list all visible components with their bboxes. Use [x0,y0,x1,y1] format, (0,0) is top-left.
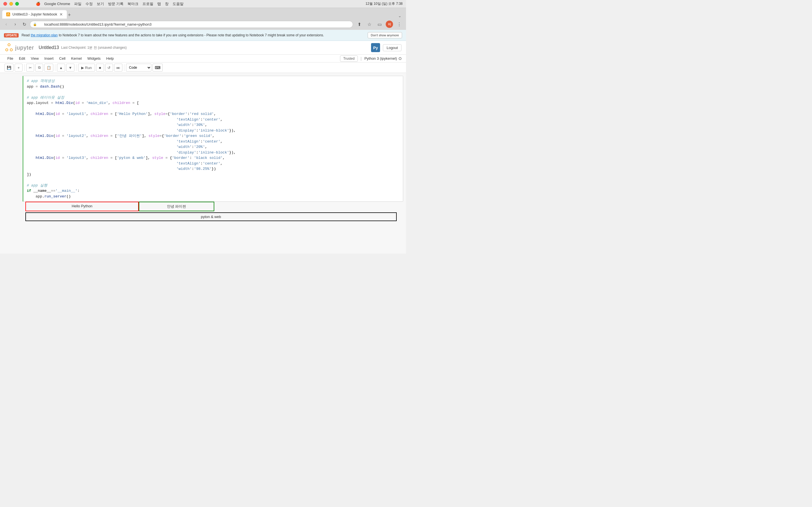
checkpoint-info: Last Checkpoint: 1분 전 (unsaved changes) [61,45,126,50]
migration-plan-link[interactable]: the migration plan [31,33,57,37]
notebook-title[interactable]: Untitled13 [39,45,59,50]
stop-icon: ■ [99,66,101,70]
copy-cell-button[interactable]: ⧉ [35,64,43,71]
maximize-window-button[interactable] [15,2,19,6]
view-menu[interactable]: View [28,55,42,62]
minimize-window-button[interactable] [9,2,13,6]
code-cell[interactable]: # app 객체생성 app = dash.Dash() # app 레이아웃 … [22,76,403,202]
python-logo: Py [371,43,380,52]
logout-button[interactable]: Logout [383,44,402,51]
copy-icon: ⧉ [38,65,41,70]
new-tab-button[interactable]: + [68,12,71,18]
layout3-text: pyton & web [201,215,221,219]
system-time: 12월 10일 (일) 오후 7:38 [366,1,403,6]
notebook-area: # app 객체생성 app = dash.Dash() # app 레이아웃 … [0,73,406,253]
restart-run-all-button[interactable]: ⏭ [114,64,122,71]
history-menu-mac[interactable]: 방문 기록 [108,1,124,6]
tab-title: Untitled13 - Jupyter Notebook [12,12,57,16]
chrome-menu-button[interactable]: ⋮ [395,20,403,28]
empty-space [3,222,403,239]
arrow-down-icon: ▼ [68,66,72,70]
file-menu-mac[interactable]: 파일 [74,1,82,6]
code-cell-container: # app 객체생성 app = dash.Dash() # app 레이아웃 … [3,76,403,202]
jupyter-toolbar: 💾 + ✂ ⧉ 📋 ▲ ▼ ▶ [0,62,406,73]
run-label: Run [85,66,92,70]
tabs-menu-mac[interactable]: 탭 [157,1,161,6]
forward-button[interactable]: › [12,21,18,27]
layout1-text: Hello Python [71,204,93,208]
profiles-menu-mac[interactable]: 프로필 [142,1,153,6]
profile-avatar[interactable]: 이 [386,20,393,28]
svg-point-1 [7,14,8,15]
toolbar-separator-1 [24,64,24,71]
jupyter-header-right: Py Logout [371,43,402,52]
mac-menu: 🍎 Google Chrome 파일 수정 보기 방문 기록 북마크 프로필 탭… [36,1,184,6]
cell-type-dropdown[interactable]: Code Markdown Raw [126,64,151,71]
arrow-up-icon: ▲ [59,66,63,70]
svg-text:Py: Py [373,46,378,50]
notification-text1: Read [21,33,30,37]
scissors-icon: ✂ [29,66,32,70]
app-name-menu[interactable]: Google Chrome [44,2,70,6]
code-content[interactable]: # app 객체생성 app = dash.Dash() # app 레이아웃 … [23,76,403,202]
layout1-box: Hello Python [26,202,139,211]
tab-close-button[interactable]: ✕ [59,12,63,17]
close-window-button[interactable] [3,2,7,6]
update-badge: UPDATE [4,33,18,38]
toolbar-separator-3 [76,64,77,71]
kernel-status-indicator [399,57,402,60]
dont-show-button[interactable]: Don't show anymore [368,32,402,38]
save-button[interactable]: 💾 [4,64,13,71]
kernel-name: Python 3 (ipykernel) [364,56,397,61]
apple-menu[interactable]: 🍎 [36,2,40,6]
stop-kernel-button[interactable]: ■ [96,64,104,71]
run-cell-button[interactable]: ▶ Run [78,64,95,71]
insert-menu[interactable]: Insert [42,55,56,62]
edit-menu-mac[interactable]: 수정 [86,1,93,6]
trusted-badge[interactable]: Trusted [340,55,357,62]
jupyter-app: jupyter Untitled13 Last Checkpoint: 1분 전… [0,41,406,253]
edit-menu[interactable]: Edit [16,55,28,62]
kernel-menu[interactable]: Kernel [68,55,85,62]
bookmarks-menu-mac[interactable]: 북마크 [128,1,139,6]
cut-cell-button[interactable]: ✂ [26,64,34,71]
back-button[interactable]: ‹ [3,21,10,27]
tab-collapse-button[interactable]: ⌄ [396,13,404,18]
widgets-menu[interactable]: Widgets [85,55,103,62]
file-menu[interactable]: File [4,55,16,62]
cell-menu[interactable]: Cell [56,55,68,62]
reload-button[interactable]: ↻ [21,21,28,27]
demo-row2: pyton & web [26,212,397,221]
help-menu-mac[interactable]: 도움말 [172,1,184,6]
jupyter-header: jupyter Untitled13 Last Checkpoint: 1분 전… [0,41,406,55]
browser-chrome: Untitled13 - Jupyter Notebook ✕ + ⌄ ‹ › … [0,8,406,30]
keyboard-shortcuts-button[interactable]: ⌨ [153,64,163,71]
view-menu-mac[interactable]: 보기 [97,1,104,6]
paste-cell-button[interactable]: 📋 [44,64,53,71]
add-cell-button[interactable]: + [15,64,22,71]
svg-point-5 [10,49,12,51]
notification-text2: to Notebook 7 to learn about the new fea… [59,33,324,37]
security-lock-icon: 🔒 [33,22,37,26]
share-button[interactable]: ⬆ [355,20,363,28]
layout3-box: pyton & web [26,212,397,221]
url-bar[interactable]: 🔒 localhost:8888/notebooks/Untitled13.ip… [30,21,353,28]
separator: | [361,56,362,61]
title-bar-right: 12월 10일 (일) 오후 7:38 [366,1,403,6]
title-bar: 🍎 Google Chrome 파일 수정 보기 방문 기록 북마크 프로필 탭… [0,0,406,8]
restart-kernel-button[interactable]: ↺ [105,64,113,71]
window-menu-mac[interactable]: 창 [165,1,168,6]
fast-forward-icon: ⏭ [116,66,120,70]
menu-right: Trusted | Python 3 (ipykernel) [340,55,402,62]
active-tab[interactable]: Untitled13 - Jupyter Notebook ✕ [2,10,67,18]
help-menu[interactable]: Help [103,55,117,62]
reader-mode-button[interactable]: ▭ [375,20,384,28]
jupyter-logo: jupyter [4,43,34,52]
toolbar-separator-2 [55,64,55,71]
bookmark-button[interactable]: ☆ [365,20,373,28]
move-cell-down-button[interactable]: ▼ [66,64,74,71]
address-bar-actions: ⬆ ☆ ▭ 이 ⋮ [355,20,403,28]
move-cell-up-button[interactable]: ▲ [57,64,65,71]
paste-icon: 📋 [47,66,51,70]
layout2-box: 안녕 파이썬 [139,202,214,211]
